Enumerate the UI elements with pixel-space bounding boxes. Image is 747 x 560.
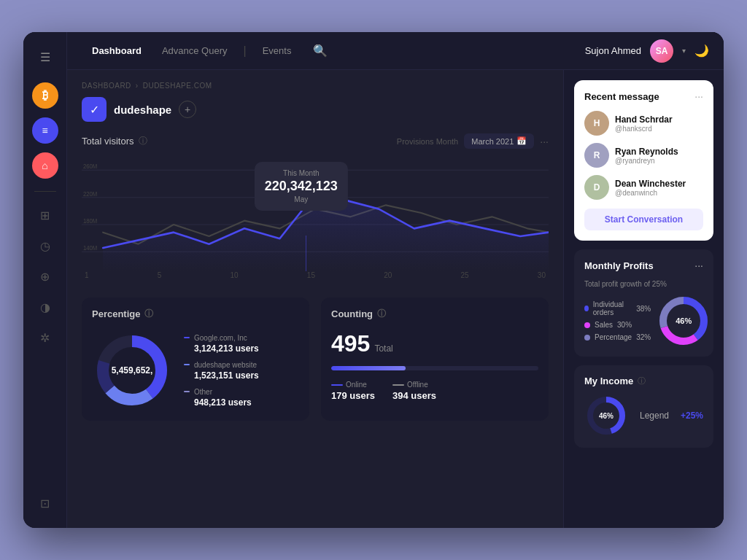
income-title-row: My Income ⓘ — [584, 376, 703, 386]
nav-divider — [34, 191, 56, 192]
legend-dot-other — [184, 391, 190, 392]
list-nav-icon[interactable]: ≡ — [32, 117, 58, 144]
percentage-title: Percentige ⓘ — [92, 308, 299, 320]
provisions-label: Provisions Month — [397, 137, 458, 146]
breadcrumb-home[interactable]: Dashboard — [82, 82, 131, 90]
income-info-icon[interactable]: ⓘ — [638, 376, 646, 386]
profits-donut-value: 46% — [676, 316, 692, 325]
msg-name-0: Hand Schrdar — [615, 114, 673, 125]
offline-label: Offline — [407, 381, 428, 389]
profit-pct-sales: 30% — [617, 321, 632, 329]
counting-panel: Counting ⓘ 495 Total — [321, 298, 549, 421]
chart-wrapper: This Month 220,342,123 May 260M — [82, 155, 549, 286]
legend-dot-google — [184, 337, 190, 338]
start-conversation-button[interactable]: Start Conversation — [584, 209, 703, 230]
offline-value: 394 users — [392, 390, 436, 401]
chart-dot-line — [306, 236, 306, 271]
search-icon[interactable]: 🔍 — [307, 41, 333, 61]
message-item-0: H Hand Schrdar @hankscrd — [584, 111, 703, 136]
legend-name-google: Google.com, Inc — [194, 334, 247, 342]
percentage-info-icon[interactable]: ⓘ — [144, 308, 153, 320]
nav-link-advance-query[interactable]: Advance Query — [152, 41, 238, 61]
bottom-icon[interactable]: ⊡ — [32, 490, 58, 516]
svg-text:220M: 220M — [83, 190, 98, 197]
profits-row: Individual orders 38% Sales 30% Percenta… — [584, 295, 703, 346]
counting-title-text: Counting — [331, 308, 373, 319]
hamburger-icon[interactable]: ☰ — [32, 44, 58, 70]
x-label-10: 10 — [231, 271, 239, 279]
x-label-5: 5 — [158, 271, 162, 279]
x-label-30: 30 — [538, 271, 546, 279]
brand-row: ✓ dudeshape + — [82, 97, 549, 122]
counting-info-icon[interactable]: ⓘ — [377, 308, 386, 320]
bitcoin-nav-icon[interactable]: ₿ — [32, 82, 58, 109]
my-income-title: My Income — [584, 376, 633, 386]
online-item: Online 179 users — [331, 381, 375, 401]
monthly-profits-header: Monthly Profits ··· — [584, 260, 703, 271]
recent-message-title: Recent message — [584, 91, 659, 102]
msg-avatar-2: D — [584, 175, 609, 200]
message-item-2: D Dean Winchester @deanwinch — [584, 175, 703, 200]
nav-link-events[interactable]: Events — [252, 41, 302, 61]
donut-chart: 5,459,652, — [92, 330, 172, 411]
recent-message-dots[interactable]: ··· — [694, 90, 703, 102]
breadcrumb-current: dudeshape.com — [143, 82, 212, 90]
online-line — [331, 384, 343, 386]
moon-icon[interactable]: 🌙 — [694, 44, 709, 58]
monthly-profits-card: Monthly Profits ··· Total profit growth … — [574, 249, 713, 357]
x-label-15: 15 — [307, 271, 315, 279]
airbnb-nav-icon[interactable]: ⌂ — [32, 152, 58, 179]
chart-x-labels: 1 5 10 15 20 25 30 — [82, 271, 549, 279]
legend-value-other: 948,213 users — [184, 397, 259, 408]
main-area: Dashboard Advance Query | Events 🔍 Sujon… — [67, 32, 724, 528]
donut-center-value: 5,459,652, — [112, 365, 153, 376]
progress-bar-fill — [331, 366, 406, 370]
info-icon[interactable]: ⓘ — [139, 135, 147, 147]
chevron-down-icon[interactable]: ▾ — [682, 47, 686, 55]
svg-text:260M: 260M — [83, 163, 98, 170]
chart-svg: 260M 220M 180M 140M — [82, 155, 549, 271]
counting-title: Counting ⓘ — [331, 308, 538, 320]
income-row: 46% Legend +25% — [584, 394, 703, 438]
chart-title: Total visitors ⓘ — [82, 135, 147, 147]
offline-item: Offline 394 users — [392, 381, 436, 401]
chart-title-text: Total visitors — [82, 136, 134, 147]
nav-links: Dashboard Advance Query | Events — [82, 41, 301, 61]
breadcrumb-arrow: › — [136, 82, 139, 90]
svg-text:140M: 140M — [83, 245, 98, 252]
nav-separator: | — [244, 44, 247, 58]
user-avatar: SA — [650, 39, 673, 63]
profits-donut: 46% — [658, 295, 709, 346]
legend-value-google: 3,124,213 users — [184, 343, 259, 354]
msg-info-1: Ryan Reynolds @ryandreyn — [615, 147, 678, 165]
add-button[interactable]: + — [179, 101, 196, 118]
msg-handle-0: @hankscrd — [615, 125, 673, 133]
msg-name-2: Dean Winchester — [615, 179, 686, 189]
msg-name-1: Ryan Reynolds — [615, 147, 678, 157]
msg-info-0: Hand Schrdar @hankscrd — [615, 114, 673, 133]
date-pill[interactable]: March 2021 📅 — [464, 133, 534, 149]
my-income-card: My Income ⓘ 46% Legend +25% — [574, 365, 713, 448]
profits-subtitle: Total profit growth of 25% — [584, 280, 703, 288]
clock-icon[interactable]: ◷ — [32, 233, 58, 259]
monthly-profits-title: Monthly Profits — [584, 260, 654, 271]
percentage-panel: Percentige ⓘ — [82, 298, 309, 421]
msg-avatar-1: R — [584, 143, 609, 168]
recent-message-header: Recent message ··· — [584, 90, 703, 102]
counting-total: 495 Total — [331, 330, 538, 357]
monthly-profits-dots[interactable]: ··· — [694, 260, 703, 271]
legend-dot-dudeshape — [184, 364, 190, 365]
globe-icon[interactable]: ⊕ — [32, 263, 58, 289]
msg-avatar-0: H — [584, 111, 609, 136]
online-label: Online — [346, 381, 367, 389]
profit-item-orders: Individual orders 38% — [584, 300, 651, 316]
chart-more-dots[interactable]: ··· — [540, 136, 549, 147]
grid-icon[interactable]: ⊞ — [32, 202, 58, 228]
online-offline: Online 179 users Offline 394 users — [331, 381, 538, 401]
pie-icon[interactable]: ◑ — [32, 294, 58, 320]
income-change: +25% — [681, 411, 703, 421]
nav-link-dashboard[interactable]: Dashboard — [82, 41, 152, 61]
chart-header: Total visitors ⓘ Provisions Month March … — [82, 133, 549, 149]
loader-icon[interactable]: ✲ — [32, 324, 58, 351]
profits-legend: Individual orders 38% Sales 30% Percenta… — [584, 300, 651, 341]
